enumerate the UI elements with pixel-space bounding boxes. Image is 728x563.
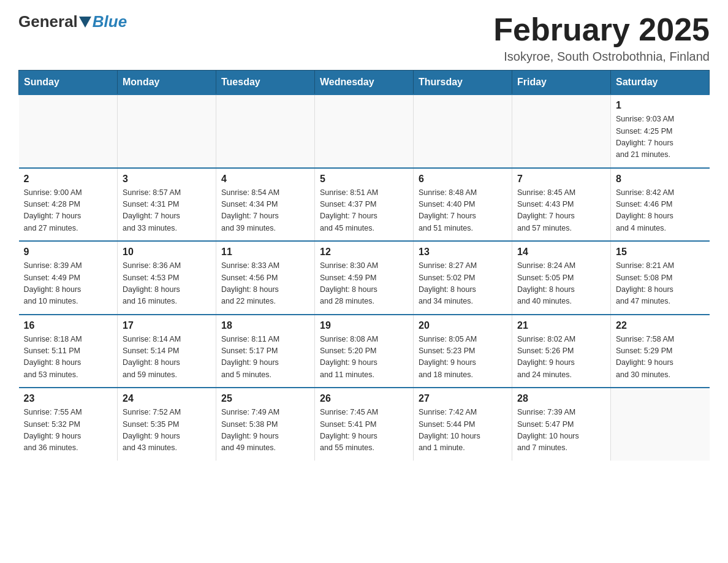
- day-info: Sunrise: 7:52 AMSunset: 5:35 PMDaylight:…: [123, 407, 211, 454]
- month-title: February 2025: [493, 12, 710, 47]
- header-friday: Friday: [512, 71, 611, 95]
- header-tuesday: Tuesday: [216, 71, 315, 95]
- table-row: [118, 94, 216, 168]
- header-saturday: Saturday: [611, 71, 710, 95]
- logo-triangle-icon: [79, 17, 91, 28]
- table-row: 9Sunrise: 8:39 AMSunset: 4:49 PMDaylight…: [19, 241, 118, 315]
- day-info: Sunrise: 8:27 AMSunset: 5:02 PMDaylight:…: [419, 260, 507, 308]
- calendar-week-row: 2Sunrise: 9:00 AMSunset: 4:28 PMDaylight…: [19, 168, 710, 242]
- day-info: Sunrise: 8:08 AMSunset: 5:20 PMDaylight:…: [320, 334, 408, 381]
- table-row: 15Sunrise: 8:21 AMSunset: 5:08 PMDayligh…: [611, 241, 710, 315]
- table-row: [216, 94, 315, 168]
- day-info: Sunrise: 8:39 AMSunset: 4:49 PMDaylight:…: [24, 260, 113, 308]
- day-number: 22: [616, 320, 705, 331]
- day-number: 3: [123, 174, 211, 185]
- day-number: 25: [221, 393, 309, 404]
- day-number: 9: [24, 247, 113, 258]
- day-info: Sunrise: 8:24 AMSunset: 5:05 PMDaylight:…: [517, 260, 605, 308]
- table-row: 11Sunrise: 8:33 AMSunset: 4:56 PMDayligh…: [216, 241, 315, 315]
- day-info: Sunrise: 8:18 AMSunset: 5:11 PMDaylight:…: [24, 334, 113, 381]
- header: General Blue February 2025 Isokyroe, Sou…: [18, 12, 710, 64]
- calendar-table: Sunday Monday Tuesday Wednesday Thursday…: [18, 70, 710, 461]
- day-number: 6: [419, 174, 507, 185]
- day-number: 7: [517, 174, 605, 185]
- header-thursday: Thursday: [414, 71, 512, 95]
- table-row: 14Sunrise: 8:24 AMSunset: 5:05 PMDayligh…: [512, 241, 611, 315]
- table-row: 28Sunrise: 7:39 AMSunset: 5:47 PMDayligh…: [512, 388, 611, 461]
- table-row: 27Sunrise: 7:42 AMSunset: 5:44 PMDayligh…: [414, 388, 512, 461]
- table-row: [414, 94, 512, 168]
- day-number: 23: [24, 393, 113, 404]
- day-number: 12: [320, 247, 408, 258]
- table-row: 22Sunrise: 7:58 AMSunset: 5:29 PMDayligh…: [611, 315, 710, 388]
- day-number: 4: [221, 174, 309, 185]
- day-number: 2: [24, 174, 113, 185]
- table-row: 26Sunrise: 7:45 AMSunset: 5:41 PMDayligh…: [315, 388, 414, 461]
- calendar-week-row: 9Sunrise: 8:39 AMSunset: 4:49 PMDaylight…: [19, 241, 710, 315]
- day-info: Sunrise: 9:03 AMSunset: 4:25 PMDaylight:…: [616, 113, 705, 161]
- day-number: 19: [320, 320, 408, 331]
- day-info: Sunrise: 9:00 AMSunset: 4:28 PMDaylight:…: [24, 187, 113, 235]
- header-monday: Monday: [118, 71, 216, 95]
- day-number: 21: [517, 320, 605, 331]
- location-subtitle: Isokyroe, South Ostrobothnia, Finland: [493, 50, 710, 64]
- table-row: [19, 94, 118, 168]
- calendar-week-row: 16Sunrise: 8:18 AMSunset: 5:11 PMDayligh…: [19, 315, 710, 388]
- day-info: Sunrise: 8:33 AMSunset: 4:56 PMDaylight:…: [221, 260, 309, 308]
- day-number: 26: [320, 393, 408, 404]
- day-info: Sunrise: 8:21 AMSunset: 5:08 PMDaylight:…: [616, 260, 705, 308]
- table-row: [611, 388, 710, 461]
- day-number: 8: [616, 174, 705, 185]
- day-info: Sunrise: 7:42 AMSunset: 5:44 PMDaylight:…: [419, 407, 507, 454]
- table-row: 19Sunrise: 8:08 AMSunset: 5:20 PMDayligh…: [315, 315, 414, 388]
- table-row: [315, 94, 414, 168]
- table-row: [512, 94, 611, 168]
- table-row: 6Sunrise: 8:48 AMSunset: 4:40 PMDaylight…: [414, 168, 512, 242]
- table-row: 12Sunrise: 8:30 AMSunset: 4:59 PMDayligh…: [315, 241, 414, 315]
- day-info: Sunrise: 8:57 AMSunset: 4:31 PMDaylight:…: [123, 187, 211, 235]
- day-number: 1: [616, 100, 705, 111]
- logo: General Blue: [18, 12, 127, 31]
- day-info: Sunrise: 8:05 AMSunset: 5:23 PMDaylight:…: [419, 334, 507, 381]
- day-info: Sunrise: 7:55 AMSunset: 5:32 PMDaylight:…: [24, 407, 113, 454]
- table-row: 8Sunrise: 8:42 AMSunset: 4:46 PMDaylight…: [611, 168, 710, 242]
- calendar-week-row: 1Sunrise: 9:03 AMSunset: 4:25 PMDaylight…: [19, 94, 710, 168]
- day-number: 24: [123, 393, 211, 404]
- day-info: Sunrise: 8:48 AMSunset: 4:40 PMDaylight:…: [419, 187, 507, 235]
- table-row: 20Sunrise: 8:05 AMSunset: 5:23 PMDayligh…: [414, 315, 512, 388]
- day-info: Sunrise: 8:51 AMSunset: 4:37 PMDaylight:…: [320, 187, 408, 235]
- day-info: Sunrise: 8:30 AMSunset: 4:59 PMDaylight:…: [320, 260, 408, 308]
- table-row: 4Sunrise: 8:54 AMSunset: 4:34 PMDaylight…: [216, 168, 315, 242]
- table-row: 16Sunrise: 8:18 AMSunset: 5:11 PMDayligh…: [19, 315, 118, 388]
- table-row: 25Sunrise: 7:49 AMSunset: 5:38 PMDayligh…: [216, 388, 315, 461]
- day-number: 28: [517, 393, 605, 404]
- table-row: 18Sunrise: 8:11 AMSunset: 5:17 PMDayligh…: [216, 315, 315, 388]
- calendar-week-row: 23Sunrise: 7:55 AMSunset: 5:32 PMDayligh…: [19, 388, 710, 461]
- day-info: Sunrise: 8:02 AMSunset: 5:26 PMDaylight:…: [517, 334, 605, 381]
- day-info: Sunrise: 7:39 AMSunset: 5:47 PMDaylight:…: [517, 407, 605, 454]
- day-number: 16: [24, 320, 113, 331]
- table-row: 17Sunrise: 8:14 AMSunset: 5:14 PMDayligh…: [118, 315, 216, 388]
- day-info: Sunrise: 8:11 AMSunset: 5:17 PMDaylight:…: [221, 334, 309, 381]
- table-row: 13Sunrise: 8:27 AMSunset: 5:02 PMDayligh…: [414, 241, 512, 315]
- table-row: 10Sunrise: 8:36 AMSunset: 4:53 PMDayligh…: [118, 241, 216, 315]
- day-info: Sunrise: 8:14 AMSunset: 5:14 PMDaylight:…: [123, 334, 211, 381]
- day-number: 27: [419, 393, 507, 404]
- table-row: 5Sunrise: 8:51 AMSunset: 4:37 PMDaylight…: [315, 168, 414, 242]
- logo-general-text: General: [18, 12, 78, 31]
- day-info: Sunrise: 7:58 AMSunset: 5:29 PMDaylight:…: [616, 334, 705, 381]
- day-number: 10: [123, 247, 211, 258]
- table-row: 21Sunrise: 8:02 AMSunset: 5:26 PMDayligh…: [512, 315, 611, 388]
- day-info: Sunrise: 8:36 AMSunset: 4:53 PMDaylight:…: [123, 260, 211, 308]
- day-info: Sunrise: 8:54 AMSunset: 4:34 PMDaylight:…: [221, 187, 309, 235]
- logo-blue-text: Blue: [93, 12, 127, 31]
- calendar-header-row: Sunday Monday Tuesday Wednesday Thursday…: [19, 71, 710, 95]
- day-number: 11: [221, 247, 309, 258]
- table-row: 24Sunrise: 7:52 AMSunset: 5:35 PMDayligh…: [118, 388, 216, 461]
- day-info: Sunrise: 7:49 AMSunset: 5:38 PMDaylight:…: [221, 407, 309, 454]
- header-wednesday: Wednesday: [315, 71, 414, 95]
- day-number: 17: [123, 320, 211, 331]
- day-info: Sunrise: 8:45 AMSunset: 4:43 PMDaylight:…: [517, 187, 605, 235]
- table-row: 7Sunrise: 8:45 AMSunset: 4:43 PMDaylight…: [512, 168, 611, 242]
- day-number: 20: [419, 320, 507, 331]
